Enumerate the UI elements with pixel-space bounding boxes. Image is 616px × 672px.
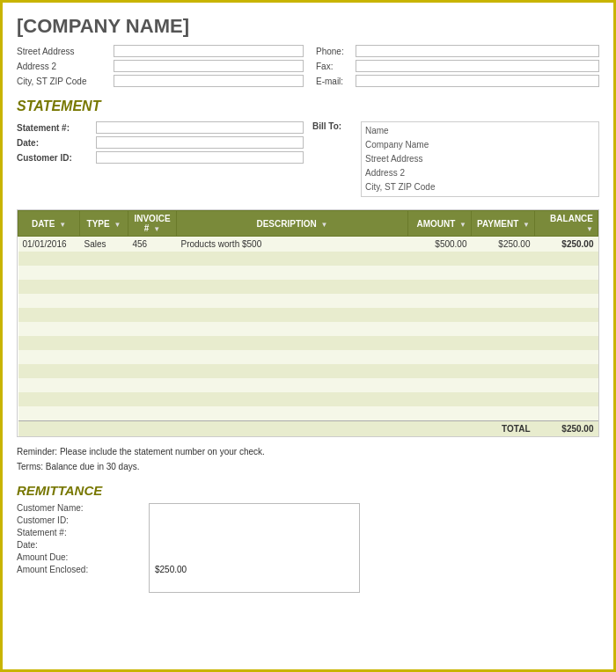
remit-date-label: Date: bbox=[17, 540, 114, 550]
total-label: TOTAL bbox=[472, 420, 535, 436]
statement-number-label: Statement #: bbox=[17, 123, 96, 133]
address2-label: Address 2 bbox=[17, 62, 114, 71]
bill-to-block: Name Company Name Street Address Address… bbox=[361, 121, 599, 197]
table-header-row: DATE ▼ TYPE ▼ INVOICE # ▼ DESCRIPTION ▼ … bbox=[18, 211, 598, 237]
email-label: E-mail: bbox=[316, 77, 356, 86]
street-address-input[interactable] bbox=[114, 45, 304, 57]
table-row bbox=[18, 336, 598, 350]
col-header-balance[interactable]: BALANCE ▼ bbox=[535, 211, 598, 237]
remit-statement-num-label: Statement #: bbox=[17, 528, 114, 537]
remit-amount-enclosed-input[interactable] bbox=[153, 576, 356, 590]
statement-number-input[interactable] bbox=[96, 121, 304, 134]
col-header-type[interactable]: TYPE ▼ bbox=[80, 211, 128, 237]
table-row bbox=[18, 364, 598, 378]
address-label: Street Address bbox=[17, 47, 114, 56]
table-row bbox=[18, 378, 598, 392]
bill-to-name: Name bbox=[365, 124, 595, 138]
sort-arrow-invoice: ▼ bbox=[153, 225, 160, 233]
total-value: $250.00 bbox=[535, 420, 598, 436]
col-header-amount[interactable]: AMOUNT ▼ bbox=[408, 211, 472, 237]
remit-customer-id-input[interactable] bbox=[153, 520, 356, 534]
col-header-description[interactable]: DESCRIPTION ▼ bbox=[177, 211, 408, 237]
table-row bbox=[18, 322, 598, 336]
date-input[interactable] bbox=[96, 136, 304, 149]
col-header-payment[interactable]: PAYMENT ▼ bbox=[472, 211, 535, 237]
bill-to-label: Bill To: bbox=[312, 121, 361, 131]
remittance-title: REMITTANCE bbox=[17, 483, 599, 498]
info-section: Statement #: Date: Customer ID: Bill To:… bbox=[17, 121, 599, 199]
remit-customer-name-label: Customer Name: bbox=[17, 503, 114, 513]
date-label: Date: bbox=[17, 138, 96, 148]
data-table-wrapper: DATE ▼ TYPE ▼ INVOICE # ▼ DESCRIPTION ▼ … bbox=[17, 209, 599, 437]
sort-arrow-payment: ▼ bbox=[523, 221, 530, 229]
city-input[interactable] bbox=[114, 75, 304, 87]
col-header-invoice[interactable]: INVOICE # ▼ bbox=[128, 211, 177, 237]
remit-customer-name-input[interactable] bbox=[153, 506, 356, 520]
table-row bbox=[18, 392, 598, 406]
sort-arrow-balance: ▼ bbox=[586, 225, 593, 233]
table-row bbox=[18, 252, 598, 266]
sort-arrow-type: ▼ bbox=[114, 221, 121, 229]
sort-arrow-date: ▼ bbox=[59, 221, 66, 229]
fax-input[interactable] bbox=[356, 60, 599, 72]
remittance-inputs: $250.00 bbox=[149, 503, 599, 593]
email-input[interactable] bbox=[356, 75, 599, 87]
total-row: TOTAL $250.00 bbox=[18, 420, 598, 436]
total-spacer bbox=[18, 420, 472, 436]
table-row bbox=[18, 266, 598, 280]
city-label: City, ST ZIP Code bbox=[17, 77, 114, 86]
sort-arrow-desc: ▼ bbox=[321, 221, 328, 229]
table-row bbox=[18, 406, 598, 420]
col-header-date[interactable]: DATE ▼ bbox=[18, 211, 80, 237]
table-row: 01/01/2016Sales456Products worth $500$50… bbox=[18, 237, 598, 252]
remit-amount-due-label: Amount Due: bbox=[17, 552, 114, 562]
bill-to-address2: Address 2 bbox=[365, 166, 595, 180]
bill-to-street: Street Address bbox=[365, 152, 595, 166]
info-left: Statement #: Date: Customer ID: bbox=[17, 121, 304, 199]
table-row bbox=[18, 280, 598, 294]
remit-date-input[interactable] bbox=[153, 548, 356, 562]
phone-input[interactable] bbox=[356, 45, 599, 57]
notes-section: Reminder: Please include the statement n… bbox=[17, 444, 599, 474]
statement-title: STATEMENT bbox=[17, 99, 599, 114]
header-left: Street Address Address 2 City, ST ZIP Co… bbox=[17, 45, 304, 90]
remit-customer-id-label: Customer ID: bbox=[17, 515, 114, 525]
note-line2: Terms: Balance due in 30 days. bbox=[17, 459, 599, 474]
remit-amount-enclosed-label: Amount Enclosed: bbox=[17, 565, 114, 574]
remit-input-block: $250.00 bbox=[149, 503, 360, 593]
remittance-labels: Customer Name: Customer ID: Statement #:… bbox=[17, 503, 140, 593]
remit-amount-due-value: $250.00 bbox=[153, 565, 187, 574]
bill-to-company: Company Name bbox=[365, 138, 595, 152]
bill-to-city: City, ST ZIP Code bbox=[365, 180, 595, 194]
info-right: Bill To: Name Company Name Street Addres… bbox=[312, 121, 599, 199]
remittance-section: Customer Name: Customer ID: Statement #:… bbox=[17, 503, 599, 593]
fax-label: Fax: bbox=[316, 62, 356, 71]
table-row bbox=[18, 350, 598, 364]
data-table: DATE ▼ TYPE ▼ INVOICE # ▼ DESCRIPTION ▼ … bbox=[18, 210, 598, 436]
header-right: Phone: Fax: E-mail: bbox=[312, 45, 599, 90]
address2-input[interactable] bbox=[114, 60, 304, 72]
note-line1: Reminder: Please include the statement n… bbox=[17, 444, 599, 459]
header-section: Street Address Address 2 City, ST ZIP Co… bbox=[17, 45, 599, 90]
sort-arrow-amount: ▼ bbox=[459, 221, 466, 229]
remit-statement-num-input[interactable] bbox=[153, 534, 356, 548]
customer-id-label: Customer ID: bbox=[17, 153, 96, 163]
table-row bbox=[18, 308, 598, 322]
table-row bbox=[18, 294, 598, 308]
company-name: [COMPANY NAME] bbox=[17, 15, 599, 38]
phone-label: Phone: bbox=[316, 47, 356, 56]
customer-id-input[interactable] bbox=[96, 151, 304, 164]
